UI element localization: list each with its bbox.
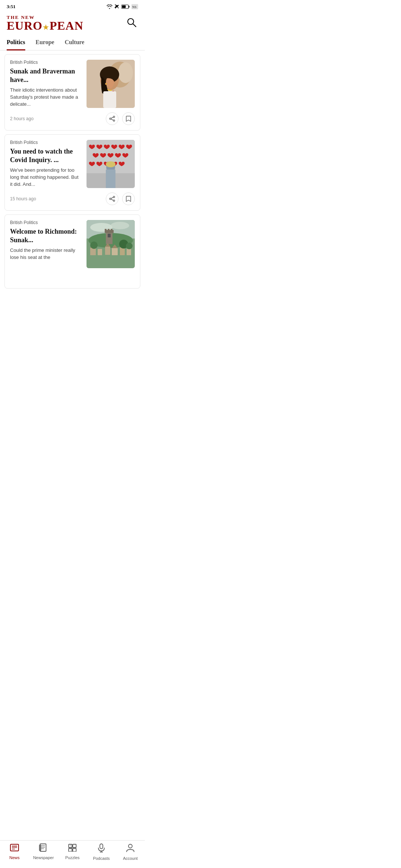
article-content-2: British Politics You need to watch the C… bbox=[10, 140, 82, 188]
logo-european: EURO★PEAN bbox=[7, 20, 84, 32]
svg-rect-48 bbox=[120, 247, 125, 255]
article-excerpt-1: Their idiotic interventions about Saturd… bbox=[10, 87, 82, 108]
article-footer-1: 2 hours ago bbox=[10, 112, 135, 125]
header: THE NEW EURO★PEAN bbox=[0, 12, 145, 36]
article-excerpt-3: Could the prime minister really lose his… bbox=[10, 247, 82, 261]
svg-point-9 bbox=[118, 62, 133, 83]
svg-rect-43 bbox=[108, 234, 111, 237]
wifi-icon bbox=[107, 4, 113, 9]
ns-icon: NS bbox=[131, 4, 138, 9]
svg-point-18 bbox=[110, 118, 111, 119]
article-content-1: British Politics Sunak and Braverman hav… bbox=[10, 60, 82, 108]
svg-rect-41 bbox=[108, 229, 110, 231]
article-content-3: British Politics Welcome to Richmond: Su… bbox=[10, 220, 82, 268]
svg-rect-46 bbox=[105, 247, 110, 255]
svg-point-17 bbox=[113, 116, 115, 118]
airplane-icon bbox=[114, 4, 120, 9]
svg-point-30 bbox=[113, 200, 115, 201]
svg-point-53 bbox=[90, 241, 98, 249]
bookmark-button-2[interactable] bbox=[122, 193, 135, 205]
article-excerpt-2: We've been pretending for too long that … bbox=[10, 167, 82, 188]
bookmark-button-1[interactable] bbox=[122, 112, 135, 125]
article-time-1: 2 hours ago bbox=[10, 116, 33, 121]
svg-point-29 bbox=[110, 198, 111, 200]
svg-rect-44 bbox=[90, 248, 96, 255]
svg-rect-42 bbox=[111, 229, 113, 231]
article-title-1: Sunak and Braverman have... bbox=[10, 67, 82, 84]
tab-politics[interactable]: Politics bbox=[7, 36, 25, 50]
svg-rect-40 bbox=[105, 229, 107, 231]
article-card-2[interactable]: British Politics You need to watch the C… bbox=[4, 134, 140, 211]
article-card-1[interactable]: British Politics Sunak and Braverman hav… bbox=[4, 54, 140, 131]
svg-line-21 bbox=[111, 119, 113, 120]
article-category-2: British Politics bbox=[10, 140, 82, 145]
article-image-3 bbox=[87, 220, 135, 268]
svg-rect-49 bbox=[127, 249, 131, 255]
search-icon bbox=[126, 17, 137, 27]
svg-point-26 bbox=[106, 161, 115, 167]
tab-culture[interactable]: Culture bbox=[65, 36, 84, 50]
article-image-1 bbox=[87, 60, 135, 108]
share-button-1[interactable] bbox=[106, 112, 118, 125]
status-bar: 3:51 NS bbox=[0, 0, 145, 12]
svg-rect-38 bbox=[106, 231, 113, 244]
article-category-3: British Politics bbox=[10, 220, 82, 225]
svg-text:NS: NS bbox=[132, 5, 137, 9]
article-image-2 bbox=[87, 140, 135, 188]
article-card-3[interactable]: British Politics Welcome to Richmond: Su… bbox=[4, 214, 140, 289]
svg-rect-2 bbox=[122, 6, 126, 8]
share-button-2[interactable] bbox=[106, 193, 118, 205]
logo-star: ★ bbox=[43, 24, 49, 31]
battery-icon bbox=[121, 4, 130, 9]
article-title-3: Welcome to Richmond: Sunak... bbox=[10, 227, 82, 244]
article-title-2: You need to watch the Covid Inquiry. ... bbox=[10, 147, 82, 164]
status-time: 3:51 bbox=[7, 4, 16, 10]
article-category-1: British Politics bbox=[10, 60, 82, 65]
svg-line-31 bbox=[111, 197, 113, 198]
status-icons: NS bbox=[107, 4, 138, 9]
svg-point-19 bbox=[113, 120, 115, 121]
svg-rect-47 bbox=[112, 248, 118, 255]
articles-list: British Politics Sunak and Braverman hav… bbox=[0, 50, 145, 329]
svg-rect-1 bbox=[129, 6, 130, 8]
search-button[interactable] bbox=[125, 16, 138, 31]
tab-europe[interactable]: Europe bbox=[36, 36, 54, 50]
svg-line-20 bbox=[111, 117, 113, 118]
article-footer-2: 15 hours ago bbox=[10, 193, 135, 205]
svg-line-32 bbox=[111, 199, 113, 200]
svg-rect-45 bbox=[98, 249, 102, 255]
svg-point-5 bbox=[128, 19, 134, 24]
svg-line-6 bbox=[133, 24, 136, 27]
article-time-2: 15 hours ago bbox=[10, 196, 36, 201]
svg-point-28 bbox=[113, 196, 115, 198]
svg-point-13 bbox=[106, 83, 107, 85]
svg-point-55 bbox=[126, 243, 133, 249]
svg-point-36 bbox=[111, 222, 129, 229]
svg-rect-16 bbox=[103, 91, 116, 108]
nav-tabs: Politics Europe Culture bbox=[0, 36, 145, 50]
logo: THE NEW EURO★PEAN bbox=[7, 15, 84, 32]
svg-rect-27 bbox=[106, 170, 115, 188]
